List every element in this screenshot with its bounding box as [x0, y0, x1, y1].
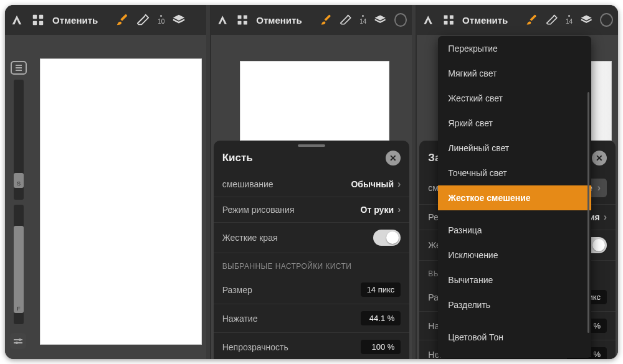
layers-icon[interactable]	[172, 13, 186, 27]
blend-mode-option[interactable]: Исключение	[438, 243, 591, 268]
blend-mode-option[interactable]: Яркий свет	[438, 111, 591, 136]
brush-icon[interactable]	[320, 13, 332, 27]
row-hard-edges[interactable]: Жесткие края	[214, 223, 410, 253]
close-icon[interactable]: ✕	[592, 151, 607, 166]
blend-mode-option[interactable]: Перекрытие	[438, 36, 591, 61]
svg-rect-11	[450, 21, 454, 25]
row-opacity[interactable]: Непрозрачность 100 %	[214, 333, 410, 359]
blend-mode-option[interactable]: Разделить	[438, 292, 591, 317]
row-value: От руки	[361, 205, 394, 215]
toggle-switch[interactable]	[373, 230, 401, 246]
svg-rect-1	[39, 15, 43, 19]
undo-button[interactable]: Отменить	[462, 15, 508, 26]
blend-mode-option[interactable]: Точечный свет	[438, 161, 591, 185]
chevron-right-icon: ›	[597, 182, 601, 194]
color-chip[interactable]	[394, 13, 407, 27]
blend-mode-option[interactable]: Жесткое смешение	[438, 185, 591, 210]
opacity-slider-thumb[interactable]: F	[14, 226, 24, 313]
row-pressure[interactable]: Нажатие 44.1 %	[214, 304, 410, 333]
row-label: Жесткие края	[222, 233, 278, 243]
row-label: Непрозрачность	[222, 342, 288, 352]
layers-icon[interactable]	[580, 13, 592, 27]
svg-rect-10	[444, 21, 447, 25]
history-count[interactable]: 14	[359, 15, 366, 25]
grid-icon[interactable]	[236, 13, 249, 27]
grid-icon[interactable]	[442, 13, 455, 27]
svg-rect-4	[238, 15, 242, 19]
sheet-title: Кисть	[222, 152, 253, 164]
numeric-field[interactable]: 44.1 %	[361, 311, 401, 325]
logo-icon[interactable]	[422, 13, 434, 27]
top-toolbar: Отменить 14	[211, 5, 412, 35]
drag-handle[interactable]	[298, 144, 325, 147]
row-label: смешивание	[222, 179, 273, 189]
row-label: Размер	[222, 285, 252, 295]
brush-icon[interactable]	[115, 13, 129, 27]
section-header: ВЫБРАННЫЕ НАСТРОЙКИ КИСТИ	[214, 253, 410, 276]
row-draw-mode[interactable]: Режим рисования От руки›	[214, 197, 410, 223]
layers-icon[interactable]	[374, 13, 386, 27]
history-count-value: 14	[359, 18, 366, 25]
row-label: Нажатие	[222, 314, 258, 324]
brush-sheet: Кисть ✕ смешивание Обычный› Режим рисова…	[214, 141, 410, 359]
brush-icon[interactable]	[525, 13, 538, 27]
blend-mode-option[interactable]: Жесткий свет	[438, 86, 591, 111]
size-slider[interactable]: S	[14, 80, 24, 200]
svg-rect-2	[33, 21, 37, 25]
left-rail: S F	[9, 61, 29, 349]
svg-rect-8	[444, 15, 447, 19]
numeric-field[interactable]: 14 пикс	[361, 282, 401, 297]
undo-button[interactable]: Отменить	[256, 15, 302, 26]
opacity-slider[interactable]: F	[14, 205, 24, 325]
blend-mode-option[interactable]: Вычитание	[438, 268, 591, 292]
chevron-right-icon: ›	[397, 179, 401, 190]
row-value: Обычный	[351, 179, 394, 189]
undo-button[interactable]: Отменить	[52, 15, 98, 26]
eraser-icon[interactable]	[546, 13, 558, 27]
svg-rect-5	[244, 15, 247, 19]
eraser-icon[interactable]	[136, 13, 150, 27]
svg-rect-7	[244, 21, 247, 25]
history-count[interactable]: 14	[566, 15, 573, 25]
logo-icon[interactable]	[10, 13, 24, 27]
blend-mode-option[interactable]: Разница	[438, 218, 591, 243]
blend-mode-option[interactable]: Мягкий свет	[438, 61, 591, 86]
svg-rect-9	[450, 15, 454, 19]
row-label: Режим рисования	[222, 205, 295, 215]
logo-icon[interactable]	[216, 13, 229, 27]
grid-icon[interactable]	[31, 13, 45, 27]
blend-mode-option[interactable]: Цветовой Тон	[438, 325, 591, 350]
svg-rect-3	[39, 21, 43, 25]
color-chip[interactable]	[600, 13, 613, 27]
numeric-field[interactable]: 100 %	[361, 340, 401, 354]
canvas[interactable]	[240, 61, 389, 141]
blend-mode-option[interactable]: Насыщенность	[438, 350, 591, 358]
screen-blend-dropdown: Отменить 14 За ✕ сме смешение› Реж Линия…	[416, 5, 618, 359]
svg-rect-6	[238, 21, 242, 25]
top-toolbar: Отменить 10	[5, 5, 206, 35]
top-toolbar: Отменить 14	[417, 5, 618, 35]
row-size[interactable]: Размер 14 пикс	[214, 276, 410, 304]
scrollbar[interactable]	[587, 92, 589, 333]
history-count[interactable]: 10	[158, 15, 164, 25]
screen-canvas-view: Отменить 10 S F	[5, 5, 206, 359]
settings-sliders-icon[interactable]	[10, 333, 26, 349]
row-blend-mode[interactable]: смешивание Обычный›	[214, 172, 410, 197]
svg-rect-0	[33, 15, 37, 19]
history-count-value: 10	[158, 18, 164, 25]
panels-icon[interactable]	[11, 61, 27, 75]
blend-mode-option[interactable]: Линейный свет	[438, 136, 591, 161]
size-slider-thumb[interactable]: S	[14, 173, 24, 188]
blend-mode-dropdown: ПерекрытиеМягкий светЖесткий светЯркий с…	[438, 36, 591, 358]
canvas[interactable]	[40, 58, 202, 345]
chevron-right-icon: ›	[397, 204, 401, 215]
close-icon[interactable]: ✕	[386, 151, 401, 166]
chevron-right-icon: ›	[604, 212, 607, 223]
eraser-icon[interactable]	[340, 13, 352, 27]
history-count-value: 14	[566, 18, 573, 25]
screen-brush-panel: Отменить 14 Кисть ✕ смешивание Обычный› …	[210, 5, 412, 359]
